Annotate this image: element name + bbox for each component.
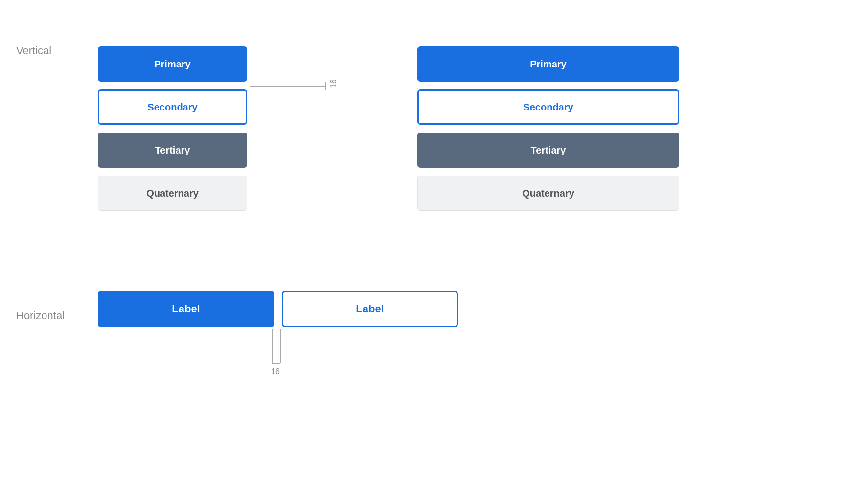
horizontal-gap-number: 16	[271, 367, 280, 376]
label-primary-button[interactable]: Label	[98, 291, 274, 327]
left-vertical-stack: Primary Secondary Tertiary Quaternary	[98, 46, 247, 219]
horizontal-button-row: Label Label	[98, 291, 458, 327]
secondary-left-button[interactable]: Secondary	[98, 89, 247, 125]
quaternary-left-button[interactable]: Quaternary	[98, 176, 247, 211]
vertical-gap-number: 16	[329, 79, 338, 88]
right-vertical-stack: Primary Secondary Tertiary Quaternary	[417, 46, 679, 219]
quaternary-right-button[interactable]: Quaternary	[417, 176, 679, 211]
primary-left-button[interactable]: Primary	[98, 46, 247, 82]
vertical-section-label: Vertical	[16, 44, 51, 57]
horizontal-section-label: Horizontal	[16, 309, 65, 322]
primary-right-button[interactable]: Primary	[417, 46, 679, 82]
tertiary-right-button[interactable]: Tertiary	[417, 133, 679, 168]
tertiary-left-button[interactable]: Tertiary	[98, 133, 247, 168]
label-secondary-button[interactable]: Label	[282, 291, 458, 327]
secondary-right-button[interactable]: Secondary	[417, 89, 679, 125]
